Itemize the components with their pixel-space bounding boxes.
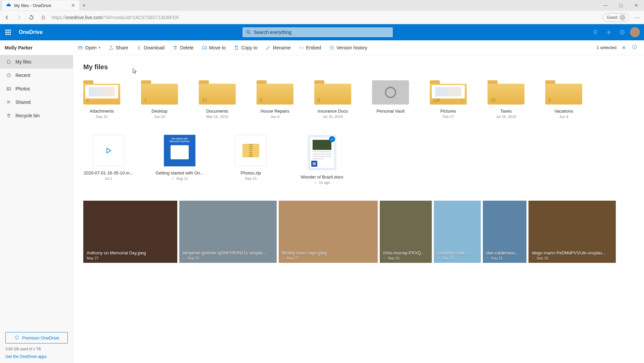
download-button[interactable]: Download [133,42,168,53]
photo-item[interactable]: chris-murray-PXVQ... Sep 15 [380,201,432,263]
clear-selection-button[interactable]: ✕ [619,45,629,50]
storage-text: 3.65 GB used of 1 TB [5,347,68,351]
folder-item[interactable]: 12DocumentsMar 15, 2019 [199,80,236,119]
browser-tab[interactable]: My files - OneDrive ✕ [2,0,79,10]
folder-item[interactable]: 5VacationsJun 4 [545,80,582,119]
photos-icon [6,86,11,91]
embed-button[interactable]: Embed [295,42,324,53]
copyto-button[interactable]: Copy to [230,42,261,53]
photo-date: Sep 15 [437,256,470,260]
moveto-button[interactable]: Move to [198,42,229,53]
item-name: Personal Vault [376,109,405,114]
get-apps-link[interactable]: Get the OneDrive apps [5,354,68,359]
account-avatar[interactable] [630,27,640,37]
open-button[interactable]: Open▾ [74,42,103,53]
svg-point-17 [173,178,174,179]
file-item[interactable]: W✓Wonder of Brazil.docx 1h ago [297,135,347,185]
waffle-icon [5,30,11,35]
photo-item[interactable]: benjamin-gremler-qONhYBVNz1c-unspla... S… [179,201,277,263]
svg-point-2 [608,32,609,33]
sidebar-item-recent[interactable]: Recent [0,69,73,82]
folder-icon: 2 [83,80,120,105]
window-maximize-button[interactable]: ▢ [613,0,629,11]
svg-point-23 [438,257,439,258]
lock-icon[interactable] [40,14,47,21]
app-launcher-button[interactable] [0,30,16,35]
folder-item[interactable]: Personal Vault [372,80,409,119]
premium-button[interactable]: Premium OneDrive [5,332,68,344]
photo-item[interactable]: courtney-cook-... Sep 15 [434,201,481,263]
item-name: Vacations [554,109,573,114]
brand-label[interactable]: OneDrive [16,29,45,35]
file-item[interactable]: Get started withMicrosoft OneDriveGettin… [154,135,205,185]
back-button[interactable] [3,14,11,21]
item-date: Jun 23 [154,115,165,119]
settings-button[interactable] [603,27,614,38]
window-controls: — ▢ ✕ [598,0,644,11]
photo-item[interactable]: dan-calderwoo... Sep 15 [483,201,526,263]
refresh-button[interactable] [28,14,35,21]
trash-icon [6,113,11,118]
folder-item[interactable]: 128PicturesFeb 27 [430,80,467,119]
page-title: My files [83,63,634,71]
photo-name: dan-calderwoo... [486,250,518,255]
profile-badge[interactable]: Guest [602,13,629,22]
delete-button[interactable]: Delete [169,42,197,53]
onedrive-icon [6,3,11,8]
photo-name: benjamin-gremler-qONhYBVNz1c-unspla... [183,250,266,255]
new-tab-button[interactable]: + [79,2,89,8]
chevron-down-icon: ▾ [99,46,100,49]
tab-close-icon[interactable]: ✕ [71,3,75,8]
photo-item[interactable]: diego-marin-PeDMdPVVUik-unsplas... Sep 1… [528,201,616,263]
tab-title: My files - OneDrive [14,3,51,8]
svg-point-14 [461,99,462,100]
selected-check-icon: ✓ [329,136,335,142]
sidebar-item-photos[interactable]: Photos [0,82,73,95]
version-button[interactable]: Version history [326,42,371,53]
folder-item[interactable]: 2AttachmentsSep 15 [83,80,120,119]
folder-item[interactable]: 10TaxesJul 16, 2019 [488,80,524,119]
photo-name: diego-marin-PeDMdPVVUik-unsplas... [532,250,606,255]
history-icon [329,45,334,50]
shared-icon [460,98,465,103]
files-icon [6,59,11,65]
search-box[interactable] [242,27,393,38]
window-close-button[interactable]: ✕ [629,0,644,11]
svg-point-12 [7,101,9,102]
file-item[interactable]: Photos.zipSep 15 [226,135,276,185]
user-name: Molly Parker [5,45,33,50]
sidebar-item-myfiles[interactable]: My files [0,55,73,69]
rename-button[interactable]: Rename [262,42,294,53]
word-icon: W [311,161,317,167]
folder-item[interactable]: 3Insurance DocsJul 16, 2019 [314,80,351,119]
window-minimize-button[interactable]: — [598,0,613,11]
workspace: My files Recent Photos Shared Recycle bi… [0,55,644,363]
share-button[interactable]: Share [105,42,132,53]
url-text[interactable]: https://onedrive.live.com/?id=root&cid=2… [52,15,598,20]
command-bar: Molly Parker Open▾ Share Download Delete… [0,40,644,55]
file-item[interactable]: 2020-07-01 16-35-10.m...Jul 1 [83,135,134,185]
premium-icon[interactable] [590,27,601,38]
svg-rect-0 [42,17,45,19]
open-icon [78,45,83,50]
browser-menu-button[interactable]: ⋯ [634,14,641,21]
forward-button[interactable] [15,14,23,21]
photo-name: chris-murray-PXVQ... [383,250,425,255]
sidebar-item-recycle[interactable]: Recycle bin [0,109,73,122]
item-date: Jul 1 [104,176,112,180]
address-bar: https://onedrive.live.com/?id=root&cid=2… [0,11,644,24]
tab-strip: My files - OneDrive ✕ + — ▢ ✕ [0,0,644,11]
folder-item[interactable]: 5House RepairsJun 4 [257,80,293,119]
sidebar-item-shared[interactable]: Shared [0,95,73,109]
photo-item[interactable]: Anthony on Memorial Day.jpegMay 27 [83,201,177,263]
folder-item[interactable]: 1DesktopJun 23 [141,80,178,119]
recent-icon [6,73,11,78]
svg-point-25 [533,257,533,258]
details-pane-button[interactable] [630,44,639,51]
moveto-icon [202,45,207,50]
photo-name: courtney-cook-... [437,250,470,255]
help-button[interactable]: ? [616,27,628,38]
search-input[interactable] [254,30,389,35]
photo-date: Sep 15 [486,256,518,260]
photo-item[interactable]: Bexley loves naps.jpeg May 27 [279,201,378,263]
